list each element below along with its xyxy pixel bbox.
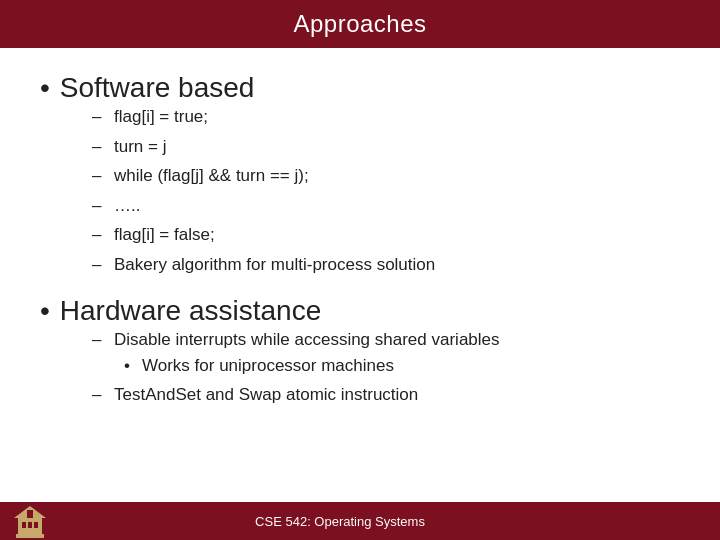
list-item-disable: – Disable interrupts while accessing sha… bbox=[92, 327, 680, 378]
list-item: – flag[i] = true; bbox=[92, 104, 680, 130]
university-icon bbox=[12, 504, 48, 538]
item-text: while (flag[j] && turn == j); bbox=[114, 163, 309, 189]
item-text: ….. bbox=[114, 193, 140, 219]
footer-logo bbox=[10, 503, 50, 539]
slide-footer: CSE 542: Operating Systems bbox=[0, 502, 720, 540]
software-list: – flag[i] = true; – turn = j – while (fl… bbox=[40, 104, 680, 277]
footer-label: CSE 542: Operating Systems bbox=[50, 514, 630, 529]
slide: Approaches • Software based – flag[i] = … bbox=[0, 0, 720, 540]
svg-rect-2 bbox=[28, 522, 32, 528]
dash-icon: – bbox=[92, 193, 106, 219]
section-software-label: Software based bbox=[60, 72, 255, 104]
list-item: – ….. bbox=[92, 193, 680, 219]
item-text: Disable interrupts while accessing share… bbox=[114, 327, 500, 353]
slide-header: Approaches bbox=[0, 0, 720, 48]
list-item: – turn = j bbox=[92, 134, 680, 160]
dash-icon: – bbox=[92, 134, 106, 160]
item-text: Bakery algorithm for multi-process solut… bbox=[114, 252, 435, 278]
bullet-dot-hardware: • bbox=[40, 297, 50, 325]
svg-rect-5 bbox=[27, 510, 33, 518]
list-item: – TestAndSet and Swap atomic instruction bbox=[92, 382, 680, 408]
list-item: – Bakery algorithm for multi-process sol… bbox=[92, 252, 680, 278]
list-item: – Disable interrupts while accessing sha… bbox=[92, 327, 680, 353]
hardware-list: – Disable interrupts while accessing sha… bbox=[40, 327, 680, 408]
list-item: – while (flag[j] && turn == j); bbox=[92, 163, 680, 189]
section-software: • Software based – flag[i] = true; – tur… bbox=[40, 72, 680, 277]
nested-item-text: Works for uniprocessor machines bbox=[142, 353, 394, 379]
section-software-title: • Software based bbox=[40, 72, 680, 104]
item-text: flag[i] = false; bbox=[114, 222, 215, 248]
section-hardware: • Hardware assistance – Disable interrup… bbox=[40, 295, 680, 408]
dash-icon: – bbox=[92, 222, 106, 248]
section-hardware-label: Hardware assistance bbox=[60, 295, 321, 327]
slide-content: • Software based – flag[i] = true; – tur… bbox=[0, 48, 720, 502]
item-text: flag[i] = true; bbox=[114, 104, 208, 130]
list-item: – flag[i] = false; bbox=[92, 222, 680, 248]
nested-list: • Works for uniprocessor machines bbox=[92, 353, 680, 379]
dash-icon: – bbox=[92, 252, 106, 278]
svg-rect-3 bbox=[34, 522, 38, 528]
header-title: Approaches bbox=[293, 10, 426, 37]
bullet-dot-software: • bbox=[40, 74, 50, 102]
dash-icon: – bbox=[92, 163, 106, 189]
nested-bullet-icon: • bbox=[124, 353, 134, 379]
svg-rect-1 bbox=[22, 522, 26, 528]
nested-item: • Works for uniprocessor machines bbox=[124, 353, 680, 379]
dash-icon: – bbox=[92, 382, 106, 408]
dash-icon: – bbox=[92, 327, 106, 353]
item-text: turn = j bbox=[114, 134, 166, 160]
section-hardware-title: • Hardware assistance bbox=[40, 295, 680, 327]
dash-icon: – bbox=[92, 104, 106, 130]
svg-rect-6 bbox=[16, 534, 44, 538]
item-text: TestAndSet and Swap atomic instruction bbox=[114, 382, 418, 408]
footer-text: CSE 542: Operating Systems bbox=[255, 514, 425, 529]
